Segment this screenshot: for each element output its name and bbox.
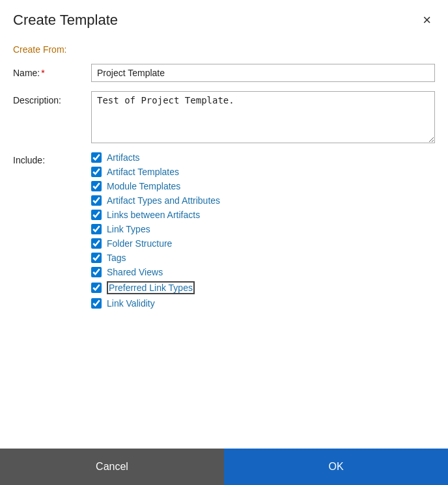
dialog-title: Create Template [13, 12, 118, 29]
checkbox-label-cb_link_types: Link Types [107, 224, 150, 234]
include-row: Include: ArtifactsArtifact TemplatesModu… [13, 152, 435, 309]
checkbox-cb_link_validity[interactable] [91, 298, 102, 309]
checkbox-cb_tags[interactable] [91, 253, 102, 263]
checkbox-label-cb_module_templates: Module Templates [107, 181, 180, 191]
include-label: Include: [13, 152, 91, 165]
checkbox-label-cb_shared_views: Shared Views [107, 267, 163, 277]
checkbox-item-cb_folder_structure[interactable]: Folder Structure [91, 238, 220, 249]
description-textarea[interactable] [91, 91, 435, 143]
checkbox-cb_artifact_templates[interactable] [91, 167, 102, 177]
checkbox-item-cb_preferred_link_types[interactable]: Preferred Link Types [91, 281, 220, 294]
checkbox-label-cb_links_between: Links between Artifacts [107, 210, 200, 220]
checkbox-cb_links_between[interactable] [91, 210, 102, 220]
checkbox-item-cb_link_validity[interactable]: Link Validity [91, 298, 220, 309]
close-button[interactable]: × [419, 12, 435, 29]
checkbox-label-cb_tags: Tags [107, 253, 126, 263]
checkbox-cb_folder_structure[interactable] [91, 238, 102, 249]
dialog-body: Create From: Name:* Description: Include… [0, 38, 448, 449]
checkbox-item-cb_shared_views[interactable]: Shared Views [91, 267, 220, 277]
create-from-label: Create From: [13, 44, 435, 55]
checkbox-item-cb_artifact_types[interactable]: Artifact Types and Attributes [91, 195, 220, 206]
required-star: * [41, 68, 44, 78]
checkbox-item-cb_artifact_templates[interactable]: Artifact Templates [91, 167, 220, 177]
checkbox-cb_module_templates[interactable] [91, 181, 102, 191]
checkboxes-list: ArtifactsArtifact TemplatesModule Templa… [91, 152, 220, 309]
checkbox-label-cb_folder_structure: Folder Structure [107, 238, 172, 249]
name-label: Name:* [13, 64, 91, 78]
checkbox-cb_shared_views[interactable] [91, 267, 102, 277]
dialog-header: Create Template × [0, 0, 448, 38]
cancel-button[interactable]: Cancel [0, 449, 224, 485]
checkbox-item-cb_tags[interactable]: Tags [91, 253, 220, 263]
checkbox-cb_preferred_link_types[interactable] [91, 283, 102, 293]
checkbox-item-cb_links_between[interactable]: Links between Artifacts [91, 210, 220, 220]
checkbox-label-cb_artifact_templates: Artifact Templates [107, 167, 179, 177]
checkbox-item-cb_module_templates[interactable]: Module Templates [91, 181, 220, 191]
description-row: Description: [13, 91, 435, 143]
checkbox-item-cb_artifacts[interactable]: Artifacts [91, 152, 220, 163]
checkbox-label-cb_preferred_link_types: Preferred Link Types [107, 281, 195, 294]
checkbox-item-cb_link_types[interactable]: Link Types [91, 224, 220, 234]
checkbox-cb_artifacts[interactable] [91, 152, 102, 163]
ok-button[interactable]: OK [224, 449, 448, 485]
create-template-dialog: Create Template × Create From: Name:* De… [0, 0, 448, 485]
checkbox-cb_link_types[interactable] [91, 224, 102, 234]
checkbox-label-cb_link_validity: Link Validity [107, 298, 155, 309]
checkbox-label-cb_artifacts: Artifacts [107, 152, 140, 163]
checkbox-cb_artifact_types[interactable] [91, 195, 102, 206]
dialog-footer: Cancel OK [0, 449, 448, 485]
checkbox-label-cb_artifact_types: Artifact Types and Attributes [107, 195, 220, 206]
name-row: Name:* [13, 64, 435, 82]
name-input[interactable] [91, 64, 435, 82]
description-label: Description: [13, 91, 91, 105]
